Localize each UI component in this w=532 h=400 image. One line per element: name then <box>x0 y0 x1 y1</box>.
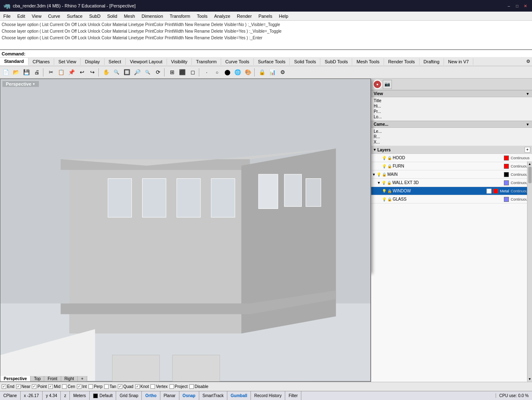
view-tab-front[interactable]: Front <box>44 376 61 381</box>
snap-disable-checkbox[interactable] <box>189 384 194 389</box>
tab-drafting[interactable]: Drafting <box>420 58 444 65</box>
menu-help[interactable]: Help <box>276 13 292 19</box>
view-tab-perspective[interactable]: Perspective <box>0 376 31 381</box>
grid-snap-btn[interactable]: Grid Snap <box>116 391 142 400</box>
command-input-area[interactable]: Command: <box>0 50 532 57</box>
tb-cut[interactable]: ✂ <box>46 67 56 77</box>
snap-near[interactable]: Near <box>16 384 31 389</box>
tab-transform[interactable]: Transform <box>192 58 221 65</box>
maximize-btn[interactable]: □ <box>514 2 520 9</box>
tb-globe[interactable]: 🌐 <box>233 67 243 77</box>
snap-int[interactable]: Int <box>77 384 87 389</box>
menu-solid[interactable]: Solid <box>104 13 120 19</box>
snap-near-checkbox[interactable] <box>16 384 21 389</box>
tb-settings[interactable]: ⚙ <box>278 67 288 77</box>
snap-tan[interactable]: Tan <box>104 384 116 389</box>
tab-display[interactable]: Display <box>81 58 104 65</box>
properties-circle-btn[interactable]: ● <box>373 80 382 89</box>
layer-row-main[interactable]: ▼ 💡 🔒 MAIN Continuous <box>371 170 532 179</box>
close-btn[interactable]: ✕ <box>522 2 529 9</box>
tab-curve-tools[interactable]: Curve Tools <box>221 58 254 65</box>
filter-btn[interactable]: Filter <box>285 391 301 400</box>
snap-end[interactable]: End <box>2 384 14 389</box>
tb-pan[interactable]: ✋ <box>101 67 111 77</box>
tb-shade[interactable]: ⬛ <box>177 67 187 77</box>
tab-set-view[interactable]: Set View <box>54 58 81 65</box>
snap-tan-checkbox[interactable] <box>104 384 109 389</box>
snap-disable[interactable]: Disable <box>189 384 208 389</box>
menu-tools[interactable]: Tools <box>193 13 211 19</box>
record-history-btn[interactable]: Record History <box>251 391 285 400</box>
tb-copy[interactable]: 📋 <box>56 67 66 77</box>
view-tab-add[interactable]: + <box>78 376 87 381</box>
rp-view-section[interactable]: View ▼ <box>371 90 532 97</box>
scroll-up-btn[interactable]: ▲ <box>528 162 532 166</box>
snap-cen-checkbox[interactable] <box>62 384 67 389</box>
menu-analyze[interactable]: Analyze <box>211 13 234 19</box>
menu-dimension[interactable]: Dimension <box>138 13 167 19</box>
snap-cen[interactable]: Cen <box>62 384 75 389</box>
tab-cplanes[interactable]: CPlanes <box>29 58 55 65</box>
layer-row-wall-ext[interactable]: ▼ 💡 🔒 WALL EXT 3D Continuous <box>371 179 532 187</box>
tb-rotate[interactable]: ⟳ <box>153 67 163 77</box>
tb-open[interactable]: 📂 <box>11 67 21 77</box>
tab-visibility[interactable]: Visibility <box>167 58 192 65</box>
snap-int-checkbox[interactable] <box>77 384 81 389</box>
gumball-btn[interactable]: Gumball <box>227 391 251 400</box>
osnap-btn[interactable]: Osnap <box>179 391 199 400</box>
tab-select[interactable]: Select <box>105 58 126 65</box>
tab-new-in-v7[interactable]: New in V7 <box>444 58 473 65</box>
menu-curve[interactable]: Curve <box>45 13 63 19</box>
tb-zoom-out[interactable]: 🔍 <box>143 67 153 77</box>
menu-surface[interactable]: Surface <box>64 13 86 19</box>
scroll-down-btn[interactable]: ▼ <box>528 377 532 381</box>
view-tab-top[interactable]: Top <box>31 376 44 381</box>
snap-point[interactable]: Point <box>32 384 47 389</box>
tb-paste[interactable]: 📌 <box>67 67 76 77</box>
snap-vertex[interactable]: Vertex <box>150 384 167 389</box>
tb-circle[interactable]: ○ <box>212 67 222 77</box>
rp-view-expand[interactable]: ▼ <box>526 92 530 96</box>
rp-camera-section[interactable]: Came... ▼ <box>371 121 532 128</box>
menu-render[interactable]: Render <box>234 13 255 19</box>
tb-redo[interactable]: ↪ <box>87 67 97 77</box>
smart-track-btn[interactable]: SmartTrack <box>199 391 227 400</box>
snap-mid[interactable]: Mid <box>48 384 60 389</box>
ortho-btn[interactable]: Ortho <box>142 391 160 400</box>
planar-btn[interactable]: Planar <box>160 391 179 400</box>
command-input[interactable] <box>27 51 530 56</box>
tab-viewport-layout[interactable]: Viewport Layout <box>126 58 167 65</box>
tab-mesh-tools[interactable]: Mesh Tools <box>352 58 384 65</box>
layer-row-furn[interactable]: 💡 🔒 FURN Continuous <box>371 162 532 170</box>
snap-knot[interactable]: Knot <box>135 384 149 389</box>
snap-perp-checkbox[interactable] <box>88 384 93 389</box>
menu-mesh[interactable]: Mesh <box>121 13 138 19</box>
scroll-thumb[interactable] <box>528 167 532 183</box>
tb-sphere[interactable]: ⬤ <box>222 67 232 77</box>
rp-camera-expand[interactable]: ▼ <box>526 122 530 127</box>
tb-wire[interactable]: ◻ <box>188 67 198 77</box>
snap-point-checkbox[interactable] <box>32 384 36 389</box>
layer-row-window[interactable]: 💡 🔒 WINDOW Metal Continuous <box>371 187 532 195</box>
snap-quad-checkbox[interactable] <box>118 384 122 389</box>
snap-end-checkbox[interactable] <box>2 384 6 389</box>
tab-subd-tools[interactable]: SubD Tools <box>320 58 352 65</box>
tab-surface-tools[interactable]: Surface Tools <box>254 58 290 65</box>
snap-project[interactable]: Project <box>169 384 188 389</box>
menu-file[interactable]: File <box>0 13 14 19</box>
new-layer-btn[interactable]: + <box>525 147 530 153</box>
tab-render-tools[interactable]: Render Tools <box>384 58 420 65</box>
menu-panels[interactable]: Panels <box>255 13 276 19</box>
tb-material[interactable]: 🎨 <box>243 67 253 77</box>
viewport[interactable]: Perspective ▼ Perspective Top Front Righ… <box>0 79 371 382</box>
tb-zoom-in[interactable]: 🔎 <box>132 67 142 77</box>
tb-save[interactable]: 💾 <box>21 67 31 77</box>
snap-mid-checkbox[interactable] <box>48 384 53 389</box>
tab-standard[interactable]: Standard <box>0 58 29 65</box>
viewport-label[interactable]: Perspective ▼ <box>2 81 39 87</box>
snap-knot-checkbox[interactable] <box>135 384 140 389</box>
snap-project-checkbox[interactable] <box>169 384 174 389</box>
tb-grid[interactable]: ⊞ <box>167 67 177 77</box>
snap-vertex-checkbox[interactable] <box>150 384 155 389</box>
menu-transform[interactable]: Transform <box>167 13 194 19</box>
